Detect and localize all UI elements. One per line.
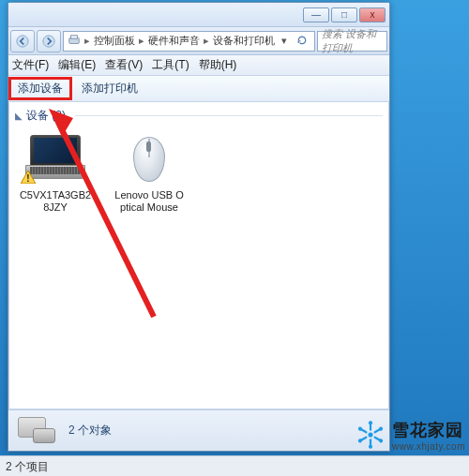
forward-button[interactable] (37, 30, 61, 52)
svg-point-5 (368, 432, 372, 437)
minimize-button[interactable]: — (303, 7, 329, 22)
svg-point-0 (17, 35, 28, 46)
breadcrumb-item[interactable]: 硬件和声音 (148, 34, 200, 48)
content-area: ◣ 设备 (2) ! C5VX1TA3GB28JZY (8, 102, 389, 409)
breadcrumb-sep-icon: ▸ (84, 35, 90, 47)
device-list: ! C5VX1TA3GB28JZY Lenovo USB Optical Mou… (9, 127, 388, 219)
device-name: Lenovo USB Optical Mouse (113, 189, 186, 214)
menu-tools[interactable]: 工具(T) (152, 57, 189, 73)
group-divider (75, 115, 383, 116)
svg-point-1 (43, 35, 54, 46)
add-printer-button[interactable]: 添加打印机 (72, 77, 147, 100)
breadcrumb-item[interactable]: 控制面板 (94, 34, 135, 48)
watermark-brand: 雪花家园 (392, 419, 465, 441)
back-button[interactable] (10, 30, 35, 52)
group-label: 设备 (2) (26, 108, 66, 124)
mouse-icon (116, 133, 182, 186)
menubar: 文件(F) 编辑(E) 查看(V) 工具(T) 帮助(H) (8, 55, 389, 76)
watermark: 雪花家园 www.xhjaty.com (355, 414, 469, 455)
toolbar: 添加设备 添加打印机 (8, 76, 389, 102)
close-button[interactable]: x (359, 7, 386, 22)
menu-help[interactable]: 帮助(H) (199, 57, 237, 73)
menu-view[interactable]: 查看(V) (105, 57, 143, 73)
collapse-icon: ◣ (15, 111, 23, 121)
details-pane: 2 个对象 (8, 409, 389, 451)
devices-printers-icon (68, 34, 81, 49)
add-device-button[interactable]: 添加设备 (8, 77, 72, 100)
refresh-icon[interactable] (294, 35, 310, 48)
maximize-button[interactable]: □ (331, 7, 357, 22)
menu-edit[interactable]: 编辑(E) (58, 57, 96, 73)
statusbar-text: 2 个项目 (6, 460, 49, 473)
svg-point-13 (369, 445, 372, 449)
watermark-url: www.xhjaty.com (392, 441, 465, 452)
menu-file[interactable]: 文件(F) (12, 57, 49, 73)
breadcrumb-sep-icon: ▸ (139, 35, 144, 47)
device-item-laptop[interactable]: ! C5VX1TA3GB28JZY (19, 133, 92, 214)
titlebar: — □ x (8, 3, 389, 27)
warning-badge-icon: ! (21, 171, 36, 184)
svg-point-7 (369, 421, 372, 424)
explorer-window: — □ x ▸ 控制面板 ▸ 硬件和声音 ▸ 设备和打印机 ▾ 搜索 设备和打印… (8, 2, 390, 452)
address-bar[interactable]: ▸ 控制面板 ▸ 硬件和声音 ▸ 设备和打印机 ▾ (63, 31, 315, 52)
device-item-mouse[interactable]: Lenovo USB Optical Mouse (113, 133, 186, 214)
search-input[interactable]: 搜索 设备和打印机 (317, 31, 387, 52)
statusbar: 2 个项目 (0, 455, 469, 476)
details-thumbnail-icon (16, 415, 59, 447)
snowflake-logo-icon (355, 419, 386, 451)
breadcrumb-sep-icon: ▸ (204, 35, 209, 47)
group-header[interactable]: ◣ 设备 (2) (9, 102, 388, 127)
navbar: ▸ 控制面板 ▸ 硬件和声音 ▸ 设备和打印机 ▾ 搜索 设备和打印机 (8, 27, 389, 55)
device-name: C5VX1TA3GB28JZY (19, 189, 92, 214)
details-summary: 2 个对象 (68, 423, 112, 439)
breadcrumb-item[interactable]: 设备和打印机 (213, 34, 275, 48)
laptop-icon: ! (23, 133, 88, 186)
svg-rect-3 (71, 35, 78, 38)
address-dropdown-icon[interactable]: ▾ (279, 35, 290, 47)
svg-text:!: ! (26, 173, 29, 184)
